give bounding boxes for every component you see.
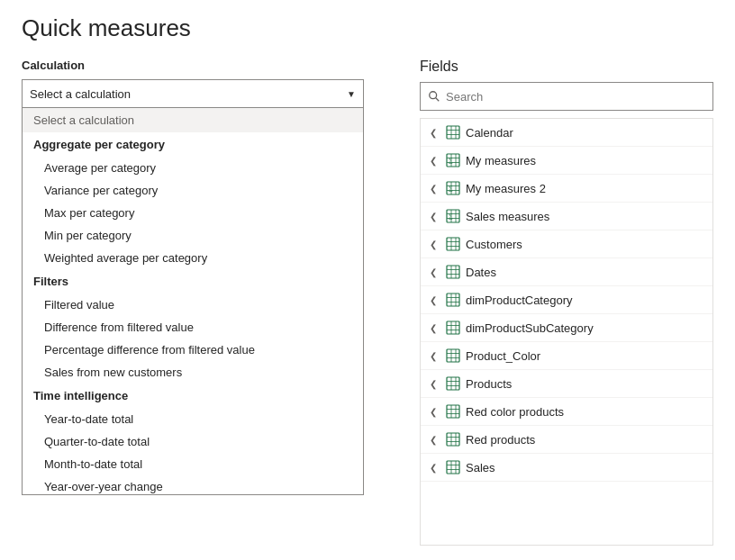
field-item-6[interactable]: ❮ dimProductCategory xyxy=(421,286,712,314)
calculation-section-label: Calculation xyxy=(22,59,391,72)
chevron-right-icon: ❮ xyxy=(430,407,440,417)
field-name-label: Red color products xyxy=(466,405,703,419)
dropdown-item-12: Time intelligence xyxy=(23,384,363,408)
svg-text:∑: ∑ xyxy=(449,157,453,164)
svg-rect-60 xyxy=(447,433,459,446)
fields-search-box[interactable] xyxy=(420,82,713,111)
svg-line-1 xyxy=(436,98,440,102)
svg-rect-30 xyxy=(447,266,459,278)
table-icon xyxy=(446,376,460,391)
field-item-10[interactable]: ❮ Red color products xyxy=(421,398,712,426)
chevron-down-icon: ▼ xyxy=(347,89,356,99)
field-item-1[interactable]: ❮ ∑ My measures xyxy=(421,147,712,175)
field-item-3[interactable]: ❮ ∑ Sales measures xyxy=(421,203,712,230)
field-name-label: Sales measures xyxy=(466,210,703,223)
dropdown-item-5[interactable]: Min per category xyxy=(23,224,363,247)
field-item-5[interactable]: ❮ Dates xyxy=(421,258,712,286)
svg-rect-25 xyxy=(447,238,459,250)
dropdown-item-15[interactable]: Month-to-date total xyxy=(23,453,363,475)
field-name-label: Product_Color xyxy=(466,349,703,363)
svg-text:∑: ∑ xyxy=(449,185,453,192)
table-icon xyxy=(446,125,460,140)
chevron-right-icon: ❮ xyxy=(430,295,440,305)
table-icon xyxy=(446,404,460,419)
field-item-12[interactable]: ❮ Sales xyxy=(421,454,712,482)
measure-icon: ∑ xyxy=(446,181,460,195)
field-name-label: Sales xyxy=(466,461,703,474)
field-item-9[interactable]: ❮ Products xyxy=(421,370,712,398)
dropdown-item-1: Aggregate per category xyxy=(23,132,363,157)
field-name-label: My measures xyxy=(466,154,703,167)
table-icon xyxy=(446,321,460,335)
page-title: Quick measures xyxy=(22,14,713,42)
dropdown-item-14[interactable]: Quarter-to-date total xyxy=(23,430,363,453)
field-item-0[interactable]: ❮ Calendar xyxy=(421,119,712,147)
dropdown-item-0: Select a calculation xyxy=(23,108,363,132)
table-icon xyxy=(446,432,460,447)
fields-panel: Fields ❮ Calendar❮ xyxy=(420,59,713,546)
search-icon xyxy=(428,90,440,103)
chevron-right-icon: ❮ xyxy=(430,463,440,473)
chevron-right-icon: ❮ xyxy=(430,267,440,277)
chevron-right-icon: ❮ xyxy=(430,184,440,194)
table-icon xyxy=(446,265,460,279)
chevron-right-icon: ❮ xyxy=(430,323,440,333)
svg-rect-45 xyxy=(447,349,459,362)
svg-rect-55 xyxy=(447,405,459,418)
field-name-label: dimProductCategory xyxy=(466,294,703,307)
field-item-4[interactable]: ❮ Customers xyxy=(421,230,712,258)
svg-text:∑: ∑ xyxy=(449,212,453,220)
dropdown-item-11[interactable]: Sales from new customers xyxy=(23,361,363,384)
calculation-panel: Calculation Select a calculation ▼ Selec… xyxy=(22,59,391,546)
fields-list: ❮ Calendar❮ ∑ My measures❮ ∑ My xyxy=(420,118,713,546)
measure-icon: ∑ xyxy=(446,153,460,167)
calculation-select-label: Select a calculation xyxy=(30,87,131,101)
calculation-select-wrapper: Select a calculation ▼ Select a calculat… xyxy=(22,79,391,495)
field-name-label: Dates xyxy=(466,266,703,279)
svg-rect-50 xyxy=(447,377,459,390)
fields-section-label: Fields xyxy=(420,59,713,75)
svg-rect-40 xyxy=(447,321,459,334)
dropdown-item-4[interactable]: Max per category xyxy=(23,202,363,224)
dropdown-item-2[interactable]: Average per category xyxy=(23,157,363,179)
field-name-label: Products xyxy=(466,377,703,391)
dropdown-item-7: Filters xyxy=(23,269,363,294)
dropdown-item-6[interactable]: Weighted average per category xyxy=(23,247,363,269)
field-name-label: Calendar xyxy=(466,126,703,140)
dropdown-item-13[interactable]: Year-to-date total xyxy=(23,408,363,430)
chevron-right-icon: ❮ xyxy=(430,379,440,389)
svg-rect-65 xyxy=(447,461,459,474)
field-name-label: dimProductSubCategory xyxy=(466,321,703,335)
chevron-right-icon: ❮ xyxy=(430,212,440,221)
calculation-dropdown-list: Select a calculationAggregate per catego… xyxy=(22,108,364,495)
table-icon xyxy=(446,237,460,251)
table-icon xyxy=(446,460,460,474)
chevron-right-icon: ❮ xyxy=(430,435,440,445)
field-name-label: My measures 2 xyxy=(466,182,703,195)
measure-icon: ∑ xyxy=(446,209,460,223)
calculation-select-button[interactable]: Select a calculation ▼ xyxy=(22,79,364,108)
svg-point-0 xyxy=(430,92,437,99)
field-item-8[interactable]: ❮ Product_Color xyxy=(421,342,712,370)
svg-rect-35 xyxy=(447,294,459,306)
dropdown-item-16[interactable]: Year-over-year change xyxy=(23,475,363,495)
field-item-2[interactable]: ❮ ∑ My measures 2 xyxy=(421,175,712,203)
dropdown-item-8[interactable]: Filtered value xyxy=(23,294,363,316)
field-item-7[interactable]: ❮ dimProductSubCategory xyxy=(421,314,712,342)
field-name-label: Red products xyxy=(466,433,703,447)
svg-rect-2 xyxy=(447,126,459,139)
field-name-label: Customers xyxy=(466,238,703,251)
search-input[interactable] xyxy=(446,90,705,104)
chevron-right-icon: ❮ xyxy=(430,156,440,166)
dropdown-item-9[interactable]: Difference from filtered value xyxy=(23,316,363,339)
chevron-right-icon: ❮ xyxy=(430,351,440,361)
table-icon xyxy=(446,293,460,307)
dropdown-item-3[interactable]: Variance per category xyxy=(23,179,363,202)
chevron-right-icon: ❮ xyxy=(430,128,440,138)
table-icon xyxy=(446,348,460,363)
field-item-11[interactable]: ❮ Red products xyxy=(421,426,712,454)
dropdown-item-10[interactable]: Percentage difference from filtered valu… xyxy=(23,339,363,361)
chevron-right-icon: ❮ xyxy=(430,239,440,249)
